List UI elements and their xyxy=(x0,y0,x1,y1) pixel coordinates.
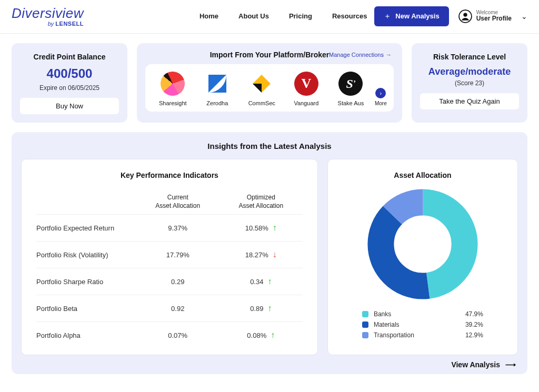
nav-about[interactable]: About Us xyxy=(238,12,269,20)
import-card: Import From Your Platform/Broker Manage … xyxy=(137,43,402,123)
legend-swatch xyxy=(362,321,368,328)
manage-connections-link[interactable]: Manage Connections → xyxy=(329,52,392,58)
legend-value: 39.2% xyxy=(465,321,483,328)
arrow-up-icon: ↑ xyxy=(267,277,272,286)
allocation-panel: Asset Allocation Banks47.9%Materials39.2… xyxy=(327,159,518,355)
legend-row: Banks47.9% xyxy=(362,309,483,319)
kpi-current: 17.79% xyxy=(136,251,219,259)
kpi-label: Portfolio Risk (Volatility) xyxy=(36,251,136,259)
broker-vanguard[interactable]: V Vanguard xyxy=(286,72,327,106)
broker-commsec[interactable]: CommSec xyxy=(241,72,282,106)
commsec-icon xyxy=(249,72,274,96)
insights-panel: Insights from the Latest Analysis Key Pe… xyxy=(12,132,527,374)
kpi-optimized: 0.34 xyxy=(250,278,263,286)
kpi-panel: Key Performance Indicators Current Asset… xyxy=(21,159,318,355)
allocation-donut-chart xyxy=(367,189,478,299)
take-quiz-button[interactable]: Take the Quiz Again xyxy=(420,93,519,109)
nav-home[interactable]: Home xyxy=(199,12,218,20)
kpi-optimized: 0.89 xyxy=(250,305,263,313)
kpi-label: Portfolio Beta xyxy=(36,305,136,313)
kpi-label: Portfolio Sharpe Ratio xyxy=(36,278,136,286)
risk-title: Risk Tolerance Level xyxy=(420,53,519,61)
allocation-legend: Banks47.9%Materials39.2%Transportation12… xyxy=(362,309,483,340)
kpi-optimized: 0.08% xyxy=(247,331,266,339)
risk-level: Average/moderate xyxy=(420,66,519,77)
kpi-label: Portfolio Alpha xyxy=(36,331,136,339)
arrow-right-icon: ⟶ xyxy=(505,360,516,369)
credit-value: 400/500 xyxy=(20,66,119,81)
plus-icon: ＋ xyxy=(384,12,391,21)
kpi-row: Portfolio Beta0.920.89↑ xyxy=(36,295,303,321)
kpi-current: 9.37% xyxy=(136,224,219,232)
view-analysis-link[interactable]: View Analysis ⟶ xyxy=(21,355,518,369)
credit-expire: Expire on 06/05/2025 xyxy=(20,84,119,92)
kpi-row: Portfolio Alpha0.07%0.08%↑ xyxy=(36,321,303,348)
legend-label: Materials xyxy=(374,321,465,328)
kpi-optimized: 10.58% xyxy=(245,224,268,232)
header: Diversiview by LENSELL Home About Us Pri… xyxy=(0,0,539,34)
risk-score: (Score 23) xyxy=(420,79,519,87)
user-profile[interactable]: Welcome User Profile xyxy=(458,9,512,23)
risk-card: Risk Tolerance Level Average/moderate (S… xyxy=(412,43,527,123)
credit-card: Credit Point Balance 400/500 Expire on 0… xyxy=(12,43,127,123)
top-nav: Home About Us Pricing Resources xyxy=(199,12,367,20)
brand-logo[interactable]: Diversiview by LENSELL xyxy=(12,5,84,27)
nav-resources[interactable]: Resources xyxy=(332,12,367,20)
legend-row: Materials39.2% xyxy=(362,319,483,330)
avatar-icon xyxy=(458,9,472,23)
arrow-up-icon: ↑ xyxy=(271,330,275,340)
nav-pricing[interactable]: Pricing xyxy=(289,12,312,20)
legend-value: 12.9% xyxy=(465,331,483,339)
arrow-down-icon: ↓ xyxy=(273,250,277,259)
kpi-current: 0.92 xyxy=(136,305,219,313)
kpi-row: Portfolio Sharpe Ratio0.290.34↑ xyxy=(36,268,303,295)
zerodha-icon xyxy=(205,72,229,96)
broker-list: Sharesight Zerodha CommSec V Vanguard xyxy=(145,64,394,112)
credit-title: Credit Point Balance xyxy=(20,53,119,61)
allocation-title: Asset Allocation xyxy=(394,171,451,179)
broker-stake[interactable]: S’ Stake Aus xyxy=(330,72,371,106)
legend-swatch xyxy=(362,311,368,317)
insights-title: Insights from the Latest Analysis xyxy=(21,142,518,150)
svg-point-6 xyxy=(381,202,464,286)
legend-label: Transportation xyxy=(374,331,465,339)
arrow-up-icon: ↑ xyxy=(273,223,277,233)
legend-label: Banks xyxy=(374,310,465,318)
svg-point-1 xyxy=(463,13,467,16)
broker-zerodha[interactable]: Zerodha xyxy=(197,72,238,106)
kpi-row: Portfolio Risk (Volatility)17.79%18.27%↓ xyxy=(36,241,303,268)
kpi-optimized: 18.27% xyxy=(245,251,268,259)
brand-sub: by LENSELL xyxy=(12,21,84,27)
kpi-header-row: Current Asset Allocation Optimized Asset… xyxy=(36,193,303,210)
legend-row: Transportation12.9% xyxy=(362,330,483,340)
arrow-right-icon: → xyxy=(386,52,392,58)
kpi-current: 0.29 xyxy=(136,278,219,286)
broker-sharesight[interactable]: Sharesight xyxy=(152,72,193,106)
chevron-right-icon: › xyxy=(375,88,386,98)
arrow-up-icon: ↑ xyxy=(267,304,272,313)
legend-swatch xyxy=(362,332,368,338)
chevron-down-icon[interactable]: ⌄ xyxy=(521,12,527,21)
kpi-row: Portfolio Expected Return9.37%10.58%↑ xyxy=(36,214,303,241)
profile-name: User Profile xyxy=(476,15,512,23)
import-title: Import From Your Platform/Broker xyxy=(210,51,330,59)
sharesight-icon xyxy=(161,72,185,96)
brand-main: Diversiview xyxy=(12,5,84,22)
new-analysis-button[interactable]: ＋ New Analysis xyxy=(374,6,448,26)
kpi-current: 0.07% xyxy=(136,331,219,339)
stake-icon: S’ xyxy=(338,72,363,96)
legend-value: 47.9% xyxy=(465,310,483,318)
broker-more-button[interactable]: › More xyxy=(375,88,387,106)
vanguard-icon: V xyxy=(294,72,318,96)
svg-marker-3 xyxy=(253,84,262,93)
buy-now-button[interactable]: Buy Now xyxy=(20,98,119,114)
kpi-label: Portfolio Expected Return xyxy=(36,224,136,232)
kpi-title: Key Performance Indicators xyxy=(36,171,303,179)
